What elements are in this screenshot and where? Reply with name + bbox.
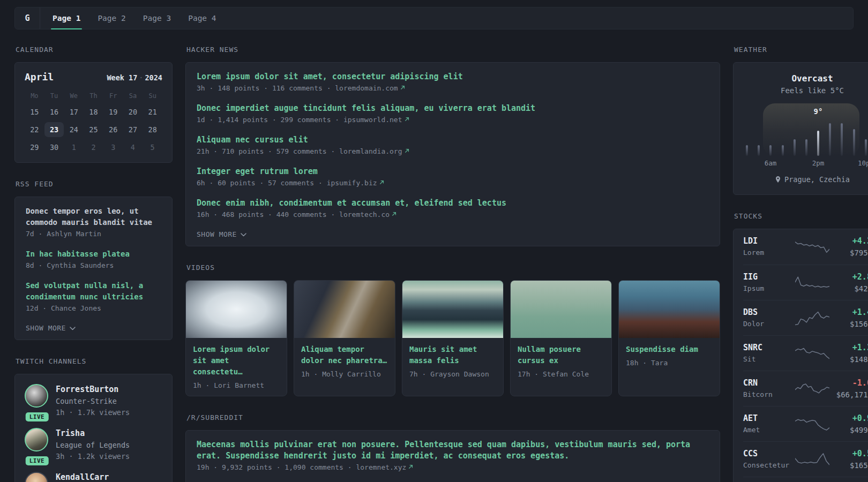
hn-item-domain[interactable]: loremlandia.org [339, 147, 402, 155]
hn-item-meta: 6h · 60 points · 57 comments · ipsumify.… [197, 178, 709, 189]
stock-row[interactable]: AHS +0.46% [743, 477, 868, 482]
chevron-down-icon [70, 324, 76, 332]
stock-sparkline [795, 239, 829, 255]
stock-row[interactable]: AETAmet +0.92%$499.72 [743, 406, 868, 441]
right-column: WEATHER Overcast Feels like 5°C 9° 6am 2… [733, 46, 868, 482]
calendar-header: April Week 17·2024 [25, 71, 162, 82]
video-title: Suspendisse diam [626, 344, 713, 355]
stock-change: -1.00% [829, 378, 868, 388]
twitch-channel-category: League of Legends [56, 440, 130, 450]
video-card[interactable]: Nullam posuere cursus ex 17h · Stefan Co… [510, 280, 612, 396]
hn-item: Aliquam nec cursus elit 21h · 710 points… [197, 134, 709, 157]
stock-row[interactable]: SNRCSit +1.36%$148.64 [743, 335, 868, 371]
hn-item-title[interactable]: Donec enim nibh, condimentum et accumsan… [197, 198, 506, 209]
hn-item: Donec enim nibh, condimentum et accumsan… [197, 198, 709, 220]
stock-row[interactable]: DBSDolor +1.42%$156.28 [743, 300, 868, 335]
videos-widget: VIDEOS Lorem ipsum dolor sit amet consec… [185, 263, 720, 396]
subreddit-post-domain[interactable]: loremnet.xyz [356, 463, 406, 471]
external-link-icon [391, 211, 397, 217]
stock-change: +4.35% [829, 236, 868, 246]
video-thumbnail [186, 281, 287, 338]
app-logo[interactable]: G [15, 7, 40, 29]
stock-sparkline [795, 345, 829, 362]
stock-change: +1.36% [829, 343, 868, 353]
stock-symbol: IIG [743, 272, 795, 282]
stock-name: Dolor [743, 319, 795, 329]
nav-tabs: Page 1 Page 2 Page 3 Page 4 [40, 7, 232, 29]
rss-show-more-button[interactable]: SHOW MORE [26, 324, 76, 332]
chevron-down-icon [241, 230, 246, 238]
weekday-label: Sa [123, 90, 143, 102]
hacker-news-card: Lorem ipsum dolor sit amet, consectetur … [185, 62, 720, 246]
calendar-day: 26 [103, 122, 123, 137]
calendar-day: 4 [123, 140, 143, 155]
calendar-grid: Mo Tu We Th Fr Sa Su 15 16 17 18 19 20 2… [25, 90, 162, 155]
stock-row[interactable]: CRNBitcorn -1.00%$66,171.48 [743, 371, 868, 406]
calendar-month: April [25, 71, 54, 82]
hour-label: 10pm [858, 159, 868, 167]
calendar-day: 21 [143, 104, 162, 119]
weekday-label: We [64, 90, 84, 102]
twitch-channel-row[interactable]: LIVE ForrestBurton Counter-Strike 1h · 1… [25, 384, 162, 418]
hour-label: 2pm [812, 159, 825, 167]
stock-price: $148.64 [829, 355, 868, 364]
weather-card: Overcast Feels like 5°C 9° 6am 2pm 10pm [733, 62, 868, 195]
section-label-rss: RSS FEED [16, 180, 173, 188]
hn-item-meta: 1d · 1,414 points · 299 comments · ipsum… [197, 115, 709, 125]
video-card[interactable]: Aliquam tempor dolor nec pharetra… 1h · … [294, 280, 395, 396]
weekday-label: Tu [44, 90, 64, 102]
stock-name: Lorem [743, 248, 795, 258]
weekday-label: Su [143, 90, 162, 102]
stock-price: $42.04 [829, 284, 868, 293]
video-title: Nullam posuere cursus ex [518, 344, 604, 366]
rss-item-title[interactable]: Sed volutpat nulla nisl, a condimentum n… [26, 280, 161, 303]
weekday-label: Mo [25, 90, 44, 102]
section-label-weather: WEATHER [734, 46, 868, 54]
weather-condition: Overcast [745, 73, 868, 84]
twitch-card: LIVE ForrestBurton Counter-Strike 1h · 1… [14, 374, 173, 482]
stock-row[interactable]: IIGIpsum +2.84%$42.04 [743, 265, 868, 300]
video-meta: 1h · Lori Barnett [193, 381, 280, 389]
stock-price: $795.18 [829, 248, 868, 258]
video-card[interactable]: Mauris sit amet massa felis 7h · Grayson… [402, 280, 504, 396]
hn-item: Lorem ipsum dolor sit amet, consectetur … [197, 71, 709, 94]
twitch-channel-row[interactable]: LIVE Trisha League of Legends 3h · 1.2k … [25, 428, 162, 462]
tab-page-1[interactable]: Page 1 [51, 7, 82, 29]
hn-show-more-button[interactable]: SHOW MORE [197, 230, 246, 238]
rss-item-title[interactable]: In hac habitasse platea [26, 248, 130, 260]
stock-symbol: CRN [743, 378, 795, 388]
subreddit-post-title[interactable]: Maecenas mollis pulvinar erat non posuer… [197, 439, 709, 462]
tab-page-2[interactable]: Page 2 [96, 7, 127, 29]
weekday-label: Fr [103, 90, 123, 102]
tab-page-4[interactable]: Page 4 [186, 7, 218, 29]
rss-item: Donec tempor eros leo, ut commodo mauris… [26, 206, 161, 239]
main-columns: CALENDAR April Week 17·2024 Mo Tu We Th … [14, 46, 854, 482]
hn-item-meta: 21h · 710 points · 579 comments · loreml… [197, 146, 709, 157]
twitch-channel-row[interactable]: KendallCarr [25, 472, 162, 482]
video-title: Lorem ipsum dolor sit amet consectetu… [193, 344, 280, 378]
calendar-day: 27 [123, 122, 143, 137]
stocks-widget: STOCKS LDILorem +4.35%$795.18 IIGIpsum +… [733, 212, 868, 482]
avatar: LIVE [25, 428, 49, 462]
stock-name: Consectetur [743, 461, 795, 470]
video-card[interactable]: Suspendisse diam 18h · Tara [618, 280, 720, 396]
calendar-week-year: Week 17·2024 [107, 73, 162, 82]
hn-item-domain[interactable]: ipsumify.biz [327, 179, 377, 187]
stock-row[interactable]: CCSConsectetur +0.51%$165.84 [743, 441, 868, 477]
hn-item-title[interactable]: Aliquam nec cursus elit [197, 134, 308, 146]
hn-item-domain[interactable]: loremtech.co [339, 210, 390, 219]
tab-page-3[interactable]: Page 3 [141, 7, 173, 29]
stock-symbol: LDI [743, 236, 795, 246]
stock-change: +2.84% [829, 272, 868, 282]
rss-item-title[interactable]: Donec tempor eros leo, ut commodo mauris… [26, 206, 161, 228]
stock-row[interactable]: LDILorem +4.35%$795.18 [743, 229, 868, 265]
video-card[interactable]: Lorem ipsum dolor sit amet consectetu… 1… [185, 280, 287, 396]
hn-item-title[interactable]: Lorem ipsum dolor sit amet, consectetur … [197, 71, 463, 82]
hn-item-domain[interactable]: ipsumworld.net [343, 116, 402, 124]
calendar-day: 17 [64, 104, 84, 119]
hn-item-domain[interactable]: loremdomain.com [335, 84, 398, 92]
hn-item-title[interactable]: Donec imperdiet augue tincidunt felis al… [197, 103, 535, 114]
left-column: CALENDAR April Week 17·2024 Mo Tu We Th … [14, 46, 173, 482]
external-link-icon [400, 85, 406, 91]
hn-item-title[interactable]: Integer eget rutrum lorem [197, 166, 318, 177]
